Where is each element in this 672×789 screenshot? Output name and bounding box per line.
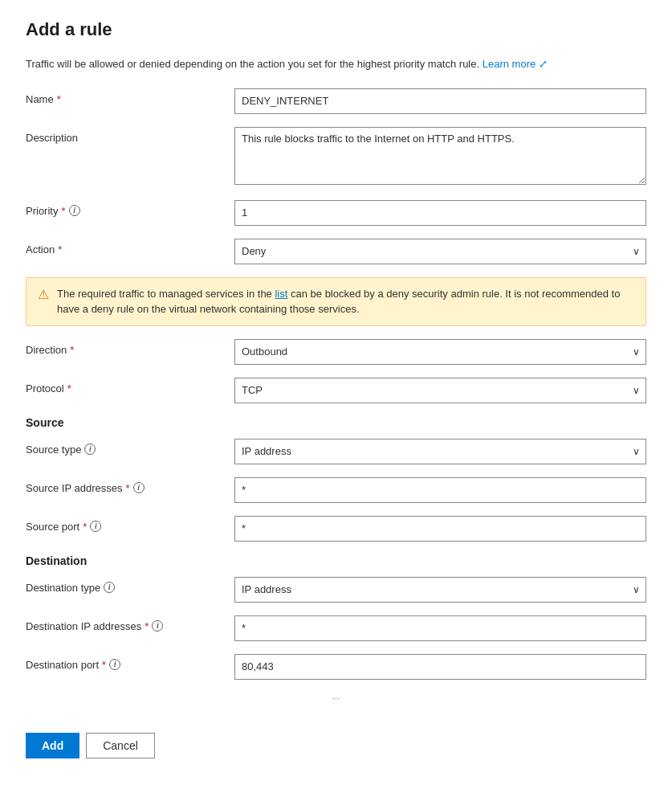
learn-more-link[interactable]: Learn more ⤢ bbox=[483, 58, 548, 70]
action-field-wrapper: Allow Deny Always allow ∨ bbox=[234, 239, 646, 264]
source-ip-row: Source IP addresses * i bbox=[26, 477, 646, 503]
destination-port-required: * bbox=[102, 659, 106, 671]
warning-icon: ⚠ bbox=[38, 287, 49, 302]
priority-required: * bbox=[61, 205, 65, 217]
protocol-row: Protocol * Any TCP UDP ICMP ∨ bbox=[26, 378, 646, 403]
protocol-label: Protocol * bbox=[26, 378, 234, 394]
source-ip-info-icon: i bbox=[133, 482, 145, 493]
destination-ip-row: Destination IP addresses * i bbox=[26, 615, 646, 641]
protocol-field-wrapper: Any TCP UDP ICMP ∨ bbox=[234, 378, 646, 403]
direction-select-wrapper: Inbound Outbound ∨ bbox=[234, 339, 646, 365]
priority-info-icon: i bbox=[69, 205, 80, 216]
destination-type-select-wrapper: IP address Service tag ∨ bbox=[234, 577, 646, 603]
source-ip-field-wrapper bbox=[234, 477, 646, 503]
cancel-button[interactable]: Cancel bbox=[86, 733, 155, 758]
destination-type-select[interactable]: IP address Service tag bbox=[234, 577, 646, 603]
destination-port-row: Destination port * i bbox=[26, 654, 646, 680]
name-required: * bbox=[57, 93, 61, 105]
priority-field-wrapper bbox=[234, 200, 646, 226]
name-input[interactable] bbox=[234, 88, 646, 114]
source-type-info-icon: i bbox=[84, 444, 96, 455]
destination-type-label: Destination type i bbox=[26, 577, 234, 594]
add-button[interactable]: Add bbox=[26, 733, 79, 758]
direction-label: Direction * bbox=[26, 339, 234, 356]
warning-box: ⚠ The required traffic to managed servic… bbox=[26, 277, 646, 326]
protocol-required: * bbox=[67, 382, 71, 394]
direction-field-wrapper: Inbound Outbound ∨ bbox=[234, 339, 646, 365]
description-input[interactable]: This rule blocks traffic to the Internet… bbox=[234, 127, 646, 185]
info-description: Traffic will be allowed or denied depend… bbox=[26, 56, 646, 72]
destination-type-info-icon: i bbox=[104, 582, 115, 593]
destination-port-input[interactable] bbox=[234, 654, 646, 680]
destination-port-info-icon: i bbox=[109, 659, 120, 670]
source-port-info-icon: i bbox=[90, 521, 101, 532]
source-ip-input[interactable] bbox=[234, 477, 646, 503]
action-label: Action * bbox=[26, 239, 234, 256]
priority-label: Priority * i bbox=[26, 200, 234, 217]
source-ip-label: Source IP addresses * i bbox=[26, 477, 234, 494]
destination-port-label: Destination port * i bbox=[26, 654, 234, 671]
source-port-input[interactable] bbox=[234, 516, 646, 542]
priority-row: Priority * i bbox=[26, 200, 646, 226]
name-row: Name * bbox=[26, 88, 646, 114]
source-section-header: Source bbox=[26, 416, 646, 429]
source-type-label: Source type i bbox=[26, 439, 234, 456]
source-port-label: Source port * i bbox=[26, 516, 234, 533]
action-required: * bbox=[58, 243, 62, 256]
warning-list-link[interactable]: list bbox=[275, 288, 287, 300]
source-port-field-wrapper bbox=[234, 516, 646, 542]
direction-row: Direction * Inbound Outbound ∨ bbox=[26, 339, 646, 365]
direction-select[interactable]: Inbound Outbound bbox=[234, 339, 646, 365]
destination-ip-required: * bbox=[145, 620, 149, 632]
source-type-select[interactable]: IP address Service tag bbox=[234, 439, 646, 464]
external-link-icon: ⤢ bbox=[539, 58, 548, 70]
source-type-row: Source type i IP address Service tag ∨ bbox=[26, 439, 646, 464]
destination-section-header: Destination bbox=[26, 554, 646, 567]
name-label: Name * bbox=[26, 88, 234, 105]
action-row: Action * Allow Deny Always allow ∨ bbox=[26, 239, 646, 264]
page-title: Add a rule bbox=[26, 19, 646, 40]
protocol-select[interactable]: Any TCP UDP ICMP bbox=[234, 378, 646, 403]
source-port-required: * bbox=[83, 521, 87, 533]
protocol-select-wrapper: Any TCP UDP ICMP ∨ bbox=[234, 378, 646, 403]
description-field-wrapper: This rule blocks traffic to the Internet… bbox=[234, 127, 646, 187]
destination-ip-input[interactable] bbox=[234, 615, 646, 641]
description-row: Description This rule blocks traffic to … bbox=[26, 127, 646, 187]
action-select-wrapper: Allow Deny Always allow ∨ bbox=[234, 239, 646, 264]
source-type-field-wrapper: IP address Service tag ∨ bbox=[234, 439, 646, 464]
source-ip-required: * bbox=[125, 482, 129, 494]
destination-ip-label: Destination IP addresses * i bbox=[26, 615, 234, 632]
destination-type-row: Destination type i IP address Service ta… bbox=[26, 577, 646, 603]
name-field-wrapper bbox=[234, 88, 646, 114]
source-port-row: Source port * i bbox=[26, 516, 646, 542]
action-select[interactable]: Allow Deny Always allow bbox=[234, 239, 646, 264]
description-label: Description bbox=[26, 127, 234, 144]
scroll-hint: ··· bbox=[26, 693, 646, 704]
direction-required: * bbox=[70, 344, 74, 356]
destination-ip-field-wrapper bbox=[234, 615, 646, 641]
bottom-actions: Add Cancel bbox=[26, 720, 646, 758]
priority-input[interactable] bbox=[234, 200, 646, 226]
warning-text: The required traffic to managed services… bbox=[57, 286, 634, 317]
destination-type-field-wrapper: IP address Service tag ∨ bbox=[234, 577, 646, 603]
destination-port-field-wrapper bbox=[234, 654, 646, 680]
destination-ip-info-icon: i bbox=[152, 620, 163, 632]
source-type-select-wrapper: IP address Service tag ∨ bbox=[234, 439, 646, 464]
